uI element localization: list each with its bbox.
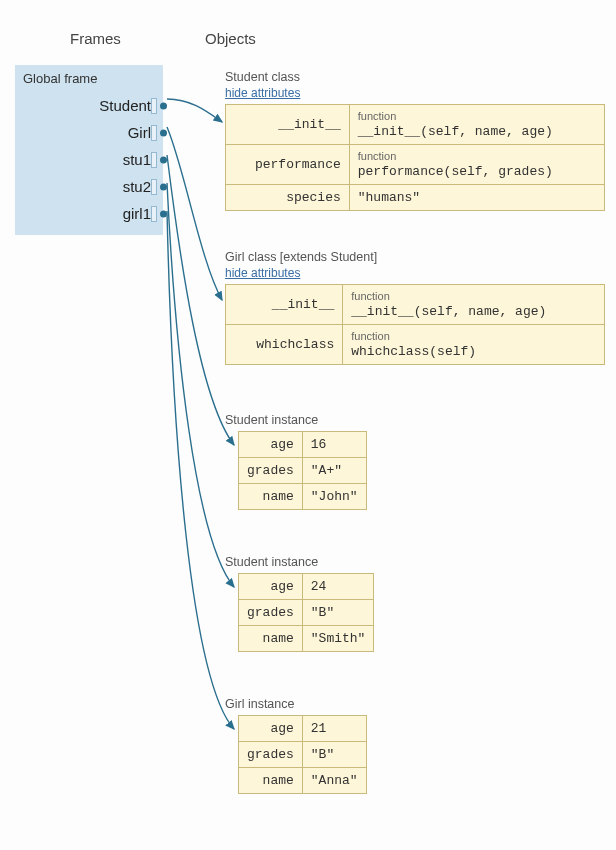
- var-label: Girl: [128, 124, 151, 141]
- function-label: function: [351, 330, 596, 342]
- attr-val: function whichclass(self): [343, 325, 605, 365]
- girl-instance-table: age 21 grades "B" name "Anna": [238, 715, 367, 794]
- var-label: girl1: [123, 205, 151, 222]
- attr-val: "A+": [302, 458, 366, 484]
- var-stu2: stu2: [23, 173, 155, 200]
- var-label: Student: [99, 97, 151, 114]
- attr-key: name: [239, 626, 303, 652]
- attr-key: grades: [239, 742, 303, 768]
- attr-key: performance: [226, 145, 350, 185]
- attr-key: __init__: [226, 285, 343, 325]
- attr-val: 24: [302, 574, 374, 600]
- attr-val: 16: [302, 432, 366, 458]
- table-row: species "humans": [226, 185, 605, 211]
- attr-val: "B": [302, 742, 366, 768]
- var-girl1: girl1: [23, 200, 155, 227]
- attr-key: age: [239, 716, 303, 742]
- arrow-stu2: [167, 183, 234, 587]
- arrow-student: [167, 99, 222, 122]
- attr-key: name: [239, 484, 303, 510]
- arrow-stu1: [167, 155, 234, 445]
- girl-class-table: __init__ function __init__(self, name, a…: [225, 284, 605, 365]
- table-row: performance function performance(self, g…: [226, 145, 605, 185]
- pointer-dot: [160, 210, 167, 217]
- attr-val: "B": [302, 600, 374, 626]
- var-label: stu2: [123, 178, 151, 195]
- var-slot: [151, 125, 157, 141]
- attr-key: name: [239, 768, 303, 794]
- table-row: age 21: [239, 716, 367, 742]
- pointer-dot: [160, 129, 167, 136]
- table-row: name "Smith": [239, 626, 374, 652]
- attr-key: whichclass: [226, 325, 343, 365]
- table-row: age 24: [239, 574, 374, 600]
- student-class-table: __init__ function __init__(self, name, a…: [225, 104, 605, 211]
- function-signature: performance(self, grades): [358, 164, 553, 179]
- attr-val: function __init__(self, name, age): [349, 105, 604, 145]
- table-row: age 16: [239, 432, 367, 458]
- var-slot: [151, 98, 157, 114]
- table-row: __init__ function __init__(self, name, a…: [226, 285, 605, 325]
- table-row: grades "A+": [239, 458, 367, 484]
- attr-val: 21: [302, 716, 366, 742]
- global-frame-title: Global frame: [23, 71, 155, 86]
- table-row: whichclass function whichclass(self): [226, 325, 605, 365]
- var-stu1: stu1: [23, 146, 155, 173]
- attr-key: grades: [239, 458, 303, 484]
- student-instance-label: Student instance: [225, 413, 318, 427]
- function-label: function: [358, 110, 596, 122]
- objects-heading: Objects: [205, 30, 256, 47]
- pointer-dot: [160, 183, 167, 190]
- attr-key: grades: [239, 600, 303, 626]
- var-girl: Girl: [23, 119, 155, 146]
- arrow-girl: [167, 127, 222, 300]
- function-signature: __init__(self, name, age): [351, 304, 546, 319]
- student-instance-table: age 24 grades "B" name "Smith": [238, 573, 374, 652]
- student-instance-label: Student instance: [225, 555, 318, 569]
- function-label: function: [358, 150, 596, 162]
- var-slot: [151, 152, 157, 168]
- pointer-dot: [160, 102, 167, 109]
- frames-heading: Frames: [70, 30, 121, 47]
- attr-val: "Smith": [302, 626, 374, 652]
- attr-val: function performance(self, grades): [349, 145, 604, 185]
- table-row: __init__ function __init__(self, name, a…: [226, 105, 605, 145]
- student-instance-table: age 16 grades "A+" name "John": [238, 431, 367, 510]
- table-row: grades "B": [239, 742, 367, 768]
- arrow-girl1: [167, 211, 234, 729]
- girl-class-label: Girl class [extends Student]: [225, 250, 377, 264]
- attr-key: species: [226, 185, 350, 211]
- table-row: name "John": [239, 484, 367, 510]
- attr-val: function __init__(self, name, age): [343, 285, 605, 325]
- hide-attributes-link[interactable]: hide attributes: [225, 266, 300, 280]
- girl-instance-label: Girl instance: [225, 697, 294, 711]
- table-row: grades "B": [239, 600, 374, 626]
- var-label: stu1: [123, 151, 151, 168]
- function-signature: whichclass(self): [351, 344, 476, 359]
- var-student: Student: [23, 92, 155, 119]
- attr-key: age: [239, 574, 303, 600]
- attr-key: __init__: [226, 105, 350, 145]
- student-class-label: Student class: [225, 70, 300, 84]
- var-slot: [151, 206, 157, 222]
- attr-val: "Anna": [302, 768, 366, 794]
- function-label: function: [351, 290, 596, 302]
- global-frame: Global frame Student Girl stu1 stu2 girl…: [15, 65, 163, 235]
- var-slot: [151, 179, 157, 195]
- hide-attributes-link[interactable]: hide attributes: [225, 86, 300, 100]
- attr-val: "John": [302, 484, 366, 510]
- function-signature: __init__(self, name, age): [358, 124, 553, 139]
- table-row: name "Anna": [239, 768, 367, 794]
- attr-key: age: [239, 432, 303, 458]
- attr-val: "humans": [349, 185, 604, 211]
- pointer-dot: [160, 156, 167, 163]
